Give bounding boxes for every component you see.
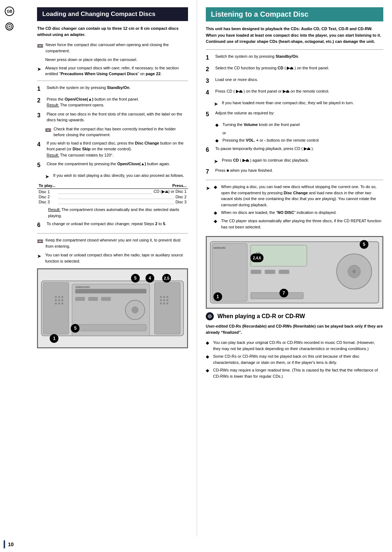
footer-bullet-1: 📼 Keep the compartment closed whenever y…	[37, 237, 188, 249]
step-number: 4	[206, 88, 213, 97]
note-bullet-3: ◆ The CD player stops automatically afte…	[214, 218, 383, 230]
arrow-icon: ➤	[214, 158, 220, 165]
step-5-sub: ◆ Turning the Volume knob on the front p…	[215, 122, 383, 144]
svg-point-22	[167, 296, 168, 298]
step-number: 5	[206, 110, 213, 119]
cdr-bullet-2: ◆ Some CD-Rs or CD-RWs may not be played…	[206, 353, 383, 365]
left-header-title: Loading and Changing Compact Discs	[42, 10, 183, 18]
cdr-bullet-1: ◆ You can play back your original CD-Rs …	[206, 340, 383, 352]
step-3: 3 Place one or two discs in the front sl…	[37, 111, 188, 123]
step-text: Press ■ when you have finished.	[215, 167, 383, 176]
device-right-svg: CD AUX SAMSUNG	[207, 237, 382, 308]
footer-bullet-text-2: You can load or unload compact discs whe…	[45, 252, 188, 264]
cdr-bullet-text-2: Some CD-Rs or CD-RWs may not be played b…	[213, 353, 383, 365]
step-text: Close the compartment by pressing the Op…	[46, 161, 188, 170]
badge-5-top: 5	[131, 274, 140, 283]
diamond-icon: ◆	[214, 210, 219, 216]
svg-rect-16	[75, 297, 85, 301]
diamond-icon: ◆	[206, 367, 211, 379]
diamond-icon: ◆	[214, 184, 219, 208]
diamond-icon: ◆	[206, 353, 211, 365]
step-number: 4	[37, 140, 44, 158]
step-number: 2	[37, 96, 44, 108]
note-arrow-block: ➤ ◆ When playing a disc, you can load ne…	[206, 184, 383, 232]
svg-rect-44	[251, 293, 303, 299]
step-text: Adjust the volume as required by:	[215, 110, 383, 119]
arrow-icon: ➤	[37, 252, 43, 264]
bullet-indent: Never press down or place objects on the…	[45, 57, 188, 63]
step-text: Place one or two discs in the front slot…	[46, 111, 188, 123]
divider	[206, 49, 383, 50]
device-image-right: CD AUX SAMSUNG	[206, 236, 383, 309]
svg-point-11	[55, 303, 57, 304]
right-step-1: 1 Switch the system on by pressing Stand…	[206, 53, 383, 62]
divider	[37, 233, 188, 234]
svg-rect-40	[279, 270, 289, 274]
step-2: 2 Press the Open/Close(▲) button on the …	[37, 96, 188, 108]
footer-bullet-text: Keep the compartment closed whenever you…	[45, 237, 188, 249]
svg-point-10	[62, 299, 64, 301]
gb-label: GB	[7, 9, 12, 13]
cd-icon	[5, 23, 13, 31]
right-intro-line2: When you have loaded at least one compac…	[206, 32, 383, 39]
step-number: 7	[206, 167, 213, 176]
dots	[58, 190, 152, 194]
cdr-section-header: When playing a CD-R or CD-RW	[206, 312, 383, 320]
step-text: Switch the system on by pressing Standby…	[215, 53, 383, 62]
step-3-sub-text: Check that the compact disc has been cor…	[53, 126, 188, 138]
cdr-bullet-text-1: You can play back your original CD-Rs or…	[213, 340, 383, 352]
or-text: or	[222, 130, 383, 136]
svg-rect-17	[88, 297, 98, 301]
right-step-4-sub-text: If you have loaded more than one compact…	[222, 100, 383, 108]
disc-label: Disc 2	[38, 195, 57, 199]
step-5-sub-text: If you wish to start playing a disc dire…	[53, 172, 188, 180]
bullet-item: 📼 Never force the compact disc carrousel…	[37, 42, 188, 54]
page-num-bar	[4, 540, 5, 548]
right-step-3: 3 Load one or more discs.	[206, 77, 383, 85]
play-table-header: To play... Press...	[37, 183, 188, 189]
svg-point-27	[160, 299, 162, 301]
dots	[58, 195, 174, 199]
svg-text:SAMSUNG: SAMSUNG	[75, 285, 90, 289]
right-intro-line3: Continued use of irregular shape CDs (he…	[206, 38, 383, 45]
right-step-2: 2 Select the CD function by pressing CD …	[206, 65, 383, 74]
step-6: 6 To change or unload the compact disc c…	[37, 221, 188, 230]
right-step-6-sub: ➤ Press CD ( ▶⏏ ) again to continue disc…	[214, 157, 383, 165]
bullet-arrow-text: Always treat your compact discs with car…	[45, 65, 188, 77]
diamond-bullet-2: ◆ Pressing the VOL. + or - buttons on th…	[215, 137, 383, 144]
left-section: Loading and Changing Compact Discs The C…	[15, 0, 197, 537]
arrow-icon: ➤	[214, 100, 220, 108]
arrow-icon: ➤	[206, 184, 212, 232]
step-number: 1	[37, 85, 44, 93]
svg-rect-15	[75, 289, 147, 293]
svg-point-12	[58, 303, 60, 304]
press-header: Press...	[172, 183, 187, 188]
svg-rect-38	[251, 270, 261, 274]
right-section: Listening to a Compact Disc This unit ha…	[197, 0, 392, 537]
svg-point-24	[160, 296, 162, 298]
step-number: 5	[37, 161, 44, 170]
svg-point-8	[55, 299, 57, 301]
right-section-header: Listening to a Compact Disc	[206, 7, 383, 21]
right-step-6: 6 To pause temporarily during playback, …	[206, 146, 383, 154]
right-step-7: 7 Press ■ when you have finished.	[206, 167, 383, 176]
svg-point-7	[62, 296, 64, 298]
svg-point-43	[352, 270, 356, 273]
dots	[58, 200, 174, 204]
step-5-sub: ➤ If you wish to start playing a disc di…	[45, 172, 188, 180]
right-intro-line1: This unit has been designed to playback …	[206, 26, 383, 32]
right-step-5: 5 Adjust the volume as required by:	[206, 110, 383, 119]
step-number: 6	[206, 146, 213, 154]
right-intro: This unit has been designed to playback …	[206, 26, 383, 45]
diamond-icon: ◆	[215, 137, 220, 144]
cdr-bullet-3: ◆ CD-RWs may require a longer readout ti…	[206, 367, 383, 379]
svg-point-13	[62, 303, 64, 304]
page-number-area: 10	[0, 537, 392, 552]
left-intro: The CD disc changer can contain up to th…	[37, 25, 188, 37]
disc-label: Disc 1	[38, 190, 57, 194]
arrow-icon: ➤	[45, 173, 51, 180]
gb-badge: GB	[5, 7, 14, 16]
play-table: To play... Press... Disc 1 CD (▶⏏) or Di…	[37, 183, 188, 204]
step-number: 1	[206, 53, 213, 62]
play-row-2: Disc 2 Disc 2	[37, 194, 188, 199]
